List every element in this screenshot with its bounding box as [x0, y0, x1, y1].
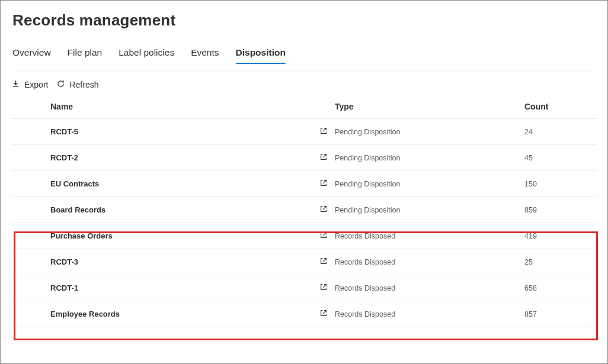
command-bar: Export Refresh — [11, 72, 597, 96]
export-label: Export — [24, 80, 48, 89]
download-icon — [11, 79, 20, 90]
row-type: Records Disposed — [335, 310, 524, 318]
table-row[interactable]: RCDT-3 Records Disposed 25 — [11, 249, 597, 275]
open-in-new-icon[interactable] — [319, 257, 328, 268]
refresh-icon — [56, 79, 65, 90]
tabs: Overview File plan Label policies Events… — [11, 44, 597, 65]
table-row[interactable]: EU Contracts Pending Disposition 150 — [11, 171, 597, 197]
row-type: Pending Disposition — [335, 128, 524, 136]
open-in-new-icon[interactable] — [319, 231, 328, 241]
row-name: RCDT-3 — [50, 257, 78, 266]
row-count: 419 — [524, 232, 597, 240]
open-in-new-icon[interactable] — [319, 283, 328, 294]
row-count: 45 — [524, 154, 597, 162]
row-type: Pending Disposition — [335, 206, 524, 214]
row-name: Purchase Orders — [50, 231, 113, 240]
row-name: Board Records — [50, 205, 105, 214]
row-count: 24 — [524, 128, 597, 136]
row-name: RCDT-2 — [50, 153, 78, 162]
table-row[interactable]: Board Records Pending Disposition 859 — [11, 197, 597, 223]
export-button[interactable]: Export — [11, 79, 48, 90]
row-count: 25 — [524, 258, 597, 266]
table-row[interactable]: RCDT-5 Pending Disposition 24 — [11, 119, 597, 145]
row-count: 857 — [524, 310, 597, 318]
col-count[interactable]: Count — [524, 102, 597, 111]
table-row[interactable]: RCDT-1 Records Disposed 658 — [11, 275, 597, 301]
row-count: 859 — [524, 206, 597, 214]
row-type: Records Disposed — [335, 258, 524, 266]
col-type[interactable]: Type — [335, 102, 524, 111]
row-name: RCDT-5 — [50, 127, 78, 136]
row-name: RCDT-1 — [50, 284, 78, 292]
row-type: Records Disposed — [335, 232, 524, 240]
row-count: 658 — [524, 284, 597, 292]
table-row[interactable]: Purchase Orders Records Disposed 419 — [11, 223, 597, 249]
refresh-button[interactable]: Refresh — [56, 79, 98, 90]
disposition-table: Name Type Count RCDT-5 Pending Dispositi… — [11, 96, 597, 327]
open-in-new-icon[interactable] — [319, 309, 328, 320]
open-in-new-icon[interactable] — [319, 179, 328, 189]
tab-overview[interactable]: Overview — [12, 44, 51, 64]
row-type: Pending Disposition — [335, 154, 524, 162]
open-in-new-icon[interactable] — [319, 205, 328, 215]
tab-events[interactable]: Events — [191, 44, 219, 64]
tab-disposition[interactable]: Disposition — [236, 44, 286, 64]
open-in-new-icon[interactable] — [319, 153, 328, 163]
row-type: Records Disposed — [335, 284, 524, 292]
row-name: Employee Records — [50, 310, 120, 318]
col-name[interactable]: Name — [50, 102, 335, 111]
table-header: Name Type Count — [11, 96, 597, 119]
tab-label-policies[interactable]: Label policies — [119, 44, 174, 64]
open-in-new-icon[interactable] — [319, 127, 328, 137]
tab-fileplan[interactable]: File plan — [68, 44, 103, 64]
row-name: EU Contracts — [50, 179, 99, 188]
table-row[interactable]: Employee Records Records Disposed 857 — [11, 301, 597, 327]
page-title: Records management — [12, 11, 597, 30]
refresh-label: Refresh — [69, 80, 98, 89]
row-count: 150 — [524, 180, 597, 188]
table-row[interactable]: RCDT-2 Pending Disposition 45 — [11, 145, 597, 171]
row-type: Pending Disposition — [335, 180, 524, 188]
